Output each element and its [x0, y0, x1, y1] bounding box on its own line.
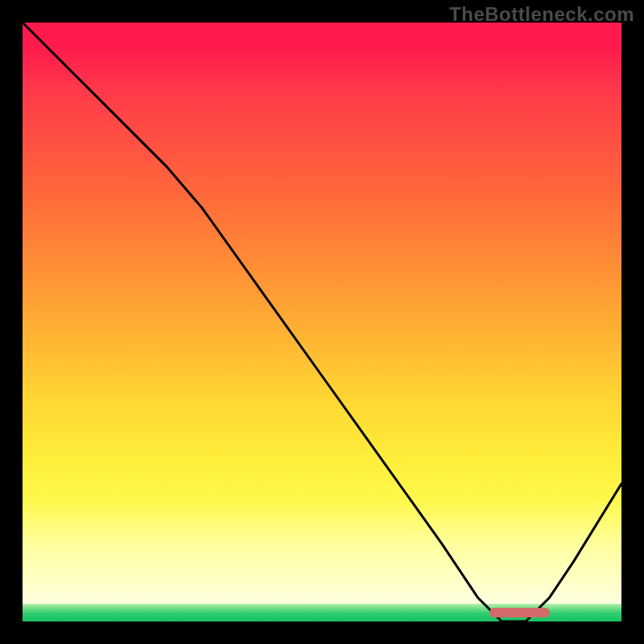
watermark-text: TheBottleneck.com: [449, 3, 634, 26]
optimal-range-bar: [489, 608, 549, 617]
plot-area: [23, 23, 621, 621]
chart-frame: TheBottleneck.com: [0, 0, 644, 644]
bottleneck-curve: [23, 23, 621, 621]
curve-layer: [23, 23, 621, 621]
